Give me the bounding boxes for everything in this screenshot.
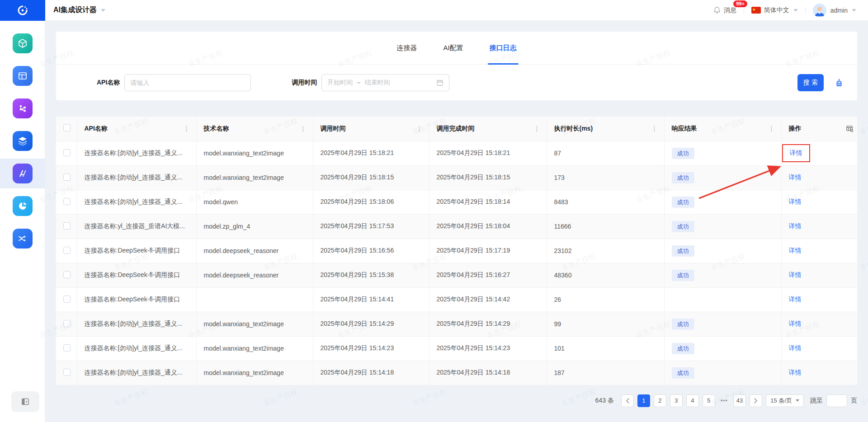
row-checkbox[interactable] <box>63 149 71 156</box>
column-menu-icon[interactable]: ⋮ <box>651 125 658 132</box>
user-chevron-down-icon[interactable] <box>852 9 856 12</box>
next-page-button[interactable] <box>750 394 762 407</box>
detail-link[interactable]: 详情 <box>789 344 802 352</box>
more-pages-ellipsis[interactable]: ••• <box>719 398 730 404</box>
topbar-right: 消息 99+ ★ 简体中文 admin <box>713 4 868 17</box>
sidebar-collapse-button[interactable] <box>11 391 39 412</box>
detail-link[interactable]: 详情 <box>789 369 802 376</box>
cell-finish-time: 2025年04月29日 15:17:19 <box>429 239 547 263</box>
cell-api-name: 连接器名称:DeepSeek-fl-调用接口 <box>77 287 196 312</box>
column-menu-icon[interactable]: ⋮ <box>184 125 190 132</box>
cell-api-name: 连接器名称:DeepSeek-fl-调用接口 <box>77 239 196 263</box>
row-checkbox[interactable] <box>63 369 71 376</box>
tab-ai-config[interactable]: AI配置 <box>443 32 463 64</box>
topbar: AI集成设计器 消息 99+ ★ 简体中文 admin <box>0 0 868 21</box>
detail-link[interactable]: 详情 <box>789 222 802 230</box>
sidebar-item-layers[interactable] <box>0 126 45 156</box>
column-menu-icon[interactable]: ⋮ <box>300 125 307 132</box>
page-button-1[interactable]: 1 <box>637 394 650 407</box>
header-result: 响应结果 <box>672 125 697 133</box>
cell-call-time: 2025年04月29日 15:14:29 <box>313 312 429 336</box>
cell-duration: 8483 <box>547 190 664 214</box>
table-row: 连接器名称:[勿动]yl_连接器_通义... model.wanxiang_te… <box>56 361 857 385</box>
sidebar-item-ai-designer[interactable] <box>0 159 45 188</box>
language-label: 简体中文 <box>764 6 789 14</box>
row-checkbox[interactable] <box>63 320 71 327</box>
page-size-select[interactable]: 15 条/页 <box>766 394 804 407</box>
date-range-picker[interactable]: 开始时间 ~ 结束时间 <box>321 74 449 91</box>
detail-link[interactable]: 详情 <box>789 198 802 205</box>
row-checkbox[interactable] <box>63 271 71 278</box>
detail-link[interactable]: 详情 <box>789 320 802 327</box>
column-menu-icon[interactable]: ⋮ <box>769 125 775 132</box>
table-row: 连接器名称:[勿动]yl_连接器_通义... model.wanxiang_te… <box>56 312 857 336</box>
title-chevron-down-icon[interactable] <box>101 9 105 12</box>
row-checkbox[interactable] <box>63 173 71 181</box>
header-finish-time: 调用完成时间 <box>437 125 475 133</box>
table-row: 连接器名称:[勿动]yl_连接器_通义... model.qwen 2025年0… <box>56 190 857 214</box>
messages-button[interactable]: 消息 99+ <box>713 6 736 14</box>
sidebar-item-process[interactable] <box>0 94 45 123</box>
call-time-label: 调用时间 <box>292 79 317 87</box>
detail-link[interactable]: 详情 <box>789 173 802 181</box>
row-checkbox[interactable] <box>63 247 71 254</box>
jump-page-input[interactable] <box>826 394 847 407</box>
cell-api-name: 连接器名称:[勿动]yl_连接器_通义... <box>77 361 196 385</box>
detail-link[interactable]: 详情 <box>789 295 802 303</box>
column-menu-icon[interactable]: ⋮ <box>416 125 423 132</box>
clear-filters-icon[interactable] <box>835 78 844 87</box>
status-badge: 成功 <box>672 148 694 159</box>
api-log-table: API名称⋮ 技术名称⋮ 调用时间⋮ 调用完成时间⋮ 执行时长(ms)⋮ 响应结… <box>56 117 857 385</box>
detail-link[interactable]: 详情 <box>789 271 802 278</box>
header-actions: 操作 <box>789 125 802 133</box>
cell-duration: 99 <box>547 312 664 336</box>
cell-tech-name: model.deepseek_reasoner <box>196 263 313 287</box>
sidebar-item-analytics[interactable] <box>0 191 45 221</box>
page-button-3[interactable]: 3 <box>670 394 683 407</box>
sidebar-item-assets[interactable] <box>0 28 45 58</box>
status-badge: 成功 <box>672 245 694 257</box>
table-row: 连接器名称:yl_连接器_质谱AI大模... model.zp_glm_4 20… <box>56 214 857 239</box>
row-checkbox[interactable] <box>63 222 71 230</box>
row-checkbox[interactable] <box>63 198 71 205</box>
app-logo[interactable] <box>0 0 45 21</box>
cell-call-time: 2025年04月29日 15:15:38 <box>313 263 429 287</box>
page-button-2[interactable]: 2 <box>654 394 666 407</box>
cell-duration: 23102 <box>547 239 664 263</box>
cell-api-name: 连接器名称:DeepSeek-fl-调用接口 <box>77 263 196 287</box>
tab-connectors[interactable]: 连接器 <box>396 32 417 64</box>
detail-link[interactable]: 详情 <box>790 149 802 156</box>
search-button[interactable]: 搜 索 <box>797 74 824 91</box>
cell-finish-time: 2025年04月29日 15:14:42 <box>429 287 547 312</box>
cell-duration: 26 <box>547 287 664 312</box>
annotation-highlight-box: 详情 <box>782 144 810 162</box>
page-title: AI集成设计器 <box>53 5 97 15</box>
detail-link[interactable]: 详情 <box>789 247 802 254</box>
table-header-row: API名称⋮ 技术名称⋮ 调用时间⋮ 调用完成时间⋮ 执行时长(ms)⋮ 响应结… <box>56 117 857 141</box>
select-all-checkbox[interactable] <box>63 124 71 131</box>
tab-api-logs[interactable]: 接口日志 <box>490 32 517 64</box>
column-settings-icon[interactable] <box>846 125 854 132</box>
sidebar-item-pages[interactable] <box>0 61 45 91</box>
api-name-input[interactable] <box>124 74 251 91</box>
avatar[interactable] <box>813 4 826 17</box>
status-badge: 成功 <box>672 319 694 330</box>
cell-duration: 87 <box>547 141 664 165</box>
page-button-4[interactable]: 4 <box>686 394 699 407</box>
page-button-last[interactable]: 43 <box>733 394 746 407</box>
range-separator: ~ <box>357 79 360 86</box>
language-chevron-down-icon[interactable] <box>793 9 798 12</box>
cell-tech-name: model.zp_glm_4 <box>196 214 313 239</box>
tab-bar: 连接器 AI配置 接口日志 <box>56 32 857 65</box>
cube-icon <box>13 33 33 53</box>
china-flag-icon: ★ <box>751 7 761 14</box>
prev-page-button[interactable] <box>621 394 634 407</box>
sidebar-item-integration[interactable] <box>0 224 45 253</box>
chevron-left-icon <box>626 398 629 403</box>
column-menu-icon[interactable]: ⋮ <box>534 125 540 132</box>
page-button-5[interactable]: 5 <box>703 394 715 407</box>
pagination: 643 条 1 2 3 4 5 ••• 43 15 条/页 跳至 页 <box>56 394 857 407</box>
filter-card: 连接器 AI配置 接口日志 API名称 调用时间 开始时间 ~ 结束时间 搜 索 <box>56 32 857 100</box>
row-checkbox[interactable] <box>63 295 71 303</box>
row-checkbox[interactable] <box>63 344 71 352</box>
